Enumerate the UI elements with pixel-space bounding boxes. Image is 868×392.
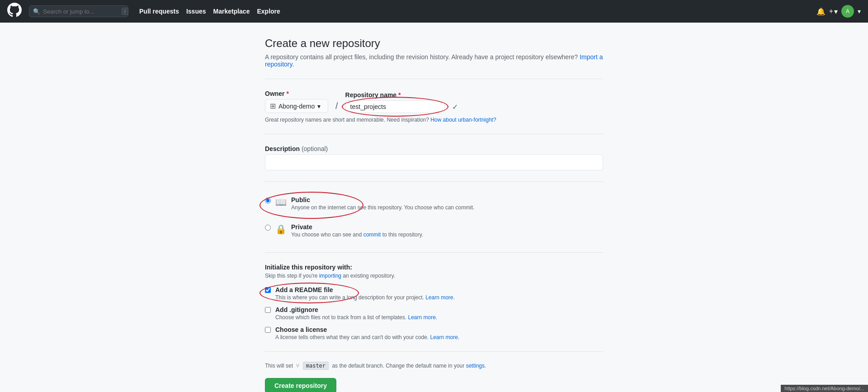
search-input[interactable] xyxy=(43,8,119,15)
init-skip: Skip this step if you're importing an ex… xyxy=(265,273,603,279)
page-subtitle: A repository contains all project files,… xyxy=(265,53,603,68)
settings-link[interactable]: settings. xyxy=(466,363,486,369)
init-section: Initialize this repository with: Skip th… xyxy=(265,264,603,340)
explore-link[interactable]: Explore xyxy=(257,8,280,15)
private-option: 🔒 Private You choose who can see and com… xyxy=(265,220,603,241)
gitignore-desc: Choose which files not to track from a l… xyxy=(275,314,437,321)
description-optional: (optional) xyxy=(302,145,328,152)
separator-slash: / xyxy=(335,101,338,111)
gitignore-content: Add .gitignore Choose which files not to… xyxy=(275,306,437,321)
readme-learn-more-link[interactable]: Learn more. xyxy=(425,294,455,301)
public-circle-wrapper xyxy=(265,196,271,203)
public-label: Public xyxy=(291,196,474,203)
divider-top xyxy=(265,79,603,79)
validation-check-icon: ✓ xyxy=(452,103,458,111)
branch-name-badge: master xyxy=(303,362,329,370)
avatar-dropdown-icon[interactable]: ▾ xyxy=(858,8,861,15)
owner-dropdown[interactable]: ⊞ Abong-demo ▾ xyxy=(265,99,328,113)
search-bar[interactable]: 🔍 / xyxy=(29,5,128,17)
init-title: Initialize this repository with: xyxy=(265,264,603,271)
user-avatar[interactable]: A xyxy=(841,5,854,18)
navbar-right: 🔔 + ▾ A ▾ xyxy=(816,5,861,18)
page-content: Create a new repository A repository con… xyxy=(258,23,610,392)
readme-label: Add a README file xyxy=(275,286,455,293)
pull-requests-link[interactable]: Pull requests xyxy=(139,8,179,15)
create-repository-button[interactable]: Create repository xyxy=(265,378,336,392)
bell-icon[interactable]: 🔔 xyxy=(816,7,826,16)
divider-after-visibility xyxy=(265,252,603,253)
owner-repo-row: Owner * ⊞ Abong-demo ▾ / Repository name… xyxy=(265,90,603,113)
private-option-content: Private You choose who can see and commi… xyxy=(291,223,423,238)
repo-name-hint: Great repository names are short and mem… xyxy=(265,117,603,123)
license-desc: A license tells others what they can and… xyxy=(275,334,459,340)
default-branch-note: This will set ⑂ master as the default br… xyxy=(265,363,603,369)
importing-link[interactable]: importing xyxy=(319,273,341,279)
owner-group: Owner * ⊞ Abong-demo ▾ xyxy=(265,90,328,113)
org-icon: ⊞ xyxy=(270,102,276,110)
owner-required-star: * xyxy=(286,90,288,97)
navbar: 🔍 / Pull requests Issues Marketplace Exp… xyxy=(0,0,868,23)
public-book-icon: 📖 xyxy=(275,197,287,208)
public-option: 📖 Public Anyone on the internet can see … xyxy=(265,193,603,214)
repo-name-input[interactable] xyxy=(345,100,445,113)
repo-name-wrapper xyxy=(345,100,445,113)
branch-icon: ⑂ xyxy=(296,363,299,369)
keyboard-shortcut-badge: / xyxy=(122,8,128,15)
owner-label: Owner * xyxy=(265,90,328,97)
search-icon: 🔍 xyxy=(33,8,40,15)
page-title: Create a new repository xyxy=(265,37,603,50)
license-checkbox[interactable] xyxy=(265,327,271,333)
nav-links: Pull requests Issues Marketplace Explore xyxy=(139,8,280,15)
private-desc: You choose who can see and commit to thi… xyxy=(291,231,423,238)
inspiration-link[interactable]: How about urban-fortnight? xyxy=(430,117,496,123)
repo-name-group: Repository name * ✓ xyxy=(345,91,458,113)
url-bar: https://blog.csdn.net/Abong-demo/... xyxy=(781,385,868,392)
gitignore-learn-more-link[interactable]: Learn more. xyxy=(408,314,437,321)
repo-name-label: Repository name * xyxy=(345,91,458,99)
description-group: Description (optional) xyxy=(265,145,603,170)
divider-after-desc xyxy=(265,181,603,182)
private-radio[interactable] xyxy=(265,225,271,231)
github-logo-icon[interactable] xyxy=(7,3,22,20)
public-option-content: Public Anyone on the internet can see th… xyxy=(291,196,474,211)
readme-option: Add a README file This is where you can … xyxy=(265,286,603,301)
dropdown-chevron-icon: ▾ xyxy=(317,103,321,110)
gitignore-option: Add .gitignore Choose which files not to… xyxy=(265,306,603,321)
private-lock-icon: 🔒 xyxy=(275,224,287,235)
divider-after-names xyxy=(265,134,603,134)
readme-checkbox[interactable] xyxy=(265,287,271,293)
description-label: Description (optional) xyxy=(265,145,603,152)
divider-before-branch xyxy=(265,351,603,352)
gitignore-checkbox[interactable] xyxy=(265,307,271,313)
commit-link[interactable]: commit xyxy=(363,231,381,238)
description-input[interactable] xyxy=(265,154,603,170)
readme-desc: This is where you can write a long descr… xyxy=(275,294,455,301)
private-label: Private xyxy=(291,223,423,231)
issues-link[interactable]: Issues xyxy=(186,8,206,15)
license-option: Choose a license A license tells others … xyxy=(265,326,603,340)
gitignore-label: Add .gitignore xyxy=(275,306,437,313)
license-learn-more-link[interactable]: Learn more. xyxy=(430,334,460,340)
repo-name-required-star: * xyxy=(398,91,401,99)
visibility-options: 📖 Public Anyone on the internet can see … xyxy=(265,193,603,241)
readme-circle-wrapper xyxy=(265,286,271,293)
readme-content: Add a README file This is where you can … xyxy=(275,286,455,301)
public-desc: Anyone on the internet can see this repo… xyxy=(291,204,474,211)
marketplace-link[interactable]: Marketplace xyxy=(213,8,250,15)
public-radio[interactable] xyxy=(265,198,271,203)
new-menu-button[interactable]: + ▾ xyxy=(829,7,838,16)
license-content: Choose a license A license tells others … xyxy=(275,326,459,340)
license-label: Choose a license xyxy=(275,326,459,333)
